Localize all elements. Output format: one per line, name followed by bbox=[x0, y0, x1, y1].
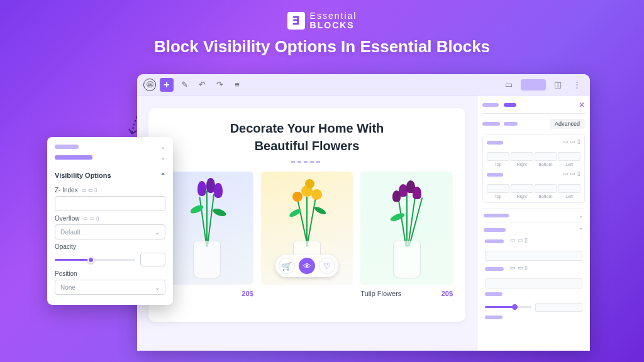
inspector-sidebar: ✕ Advanced ▭ ▭ ▯ TopRightBottomLeft ▭ ▭ … bbox=[477, 96, 590, 351]
sidebar-section[interactable]: ⌄ bbox=[482, 208, 585, 222]
visibility-panel: ⌄ ⌄ Visibility Options⌃ Z- Index▭ ▭ ▯ Ov… bbox=[47, 137, 173, 305]
product-name: Tulip Flowers bbox=[360, 290, 401, 297]
sidebar-tab[interactable] bbox=[482, 103, 499, 107]
more-menu-icon[interactable]: ⋮ bbox=[570, 78, 584, 92]
product-card[interactable]: 20$ bbox=[161, 172, 253, 297]
view-icon[interactable]: 👁 bbox=[299, 258, 315, 274]
brand-line2: BLOCKS bbox=[310, 21, 357, 30]
edit-icon[interactable]: ✎ bbox=[177, 78, 191, 92]
spacing-group: ▭ ▭ ▯ TopRightBottomLeft ▭ ▭ ▯ TopRightB… bbox=[482, 134, 585, 203]
slider-value-input[interactable] bbox=[535, 303, 583, 312]
list-view-button[interactable]: ≡ bbox=[230, 78, 244, 92]
logo-mark: Ǝ bbox=[287, 12, 305, 30]
brand-line1: Essential bbox=[310, 11, 357, 21]
zindex-label: Z- Index bbox=[55, 187, 78, 194]
device-toggles[interactable]: ▭ ▭ ▯ bbox=[83, 216, 98, 221]
editor-canvas[interactable]: Decorate Your Home WithBeautiful Flowers bbox=[148, 108, 465, 322]
heading-divider bbox=[291, 161, 323, 163]
overflow-label: Overflow bbox=[55, 215, 79, 222]
device-toggles[interactable]: ▭ ▭ ▯ bbox=[82, 187, 97, 193]
overflow-select[interactable]: Default⌄ bbox=[55, 224, 165, 239]
product-card[interactable]: Tulip Flowers 20$ bbox=[360, 172, 453, 297]
position-select[interactable]: None⌄ bbox=[55, 280, 165, 295]
tab-advanced[interactable]: Advanced bbox=[550, 119, 585, 129]
heart-icon[interactable]: ♡ bbox=[319, 258, 335, 274]
wordpress-icon[interactable]: Ⓦ bbox=[143, 79, 156, 91]
undo-button[interactable]: ↶ bbox=[195, 78, 209, 92]
panel-title[interactable]: Visibility Options⌃ bbox=[55, 168, 165, 183]
product-actions: 🛒 👁 ♡ bbox=[275, 255, 338, 277]
opacity-slider[interactable] bbox=[55, 259, 135, 261]
chevron-down-icon: ⌄ bbox=[155, 229, 160, 236]
product-image: 🛒 👁 ♡ bbox=[261, 172, 353, 285]
add-block-button[interactable]: + bbox=[160, 78, 174, 92]
cart-icon[interactable]: 🛒 bbox=[279, 258, 295, 274]
product-price: 20$ bbox=[441, 290, 453, 297]
position-label: Position bbox=[55, 270, 77, 277]
zindex-input[interactable] bbox=[55, 196, 165, 211]
sidebar-section[interactable]: ⌃ bbox=[482, 222, 585, 237]
desktop-preview-icon[interactable]: ▭ bbox=[502, 78, 516, 92]
product-image bbox=[161, 172, 253, 285]
sidebar-toggle-icon[interactable]: ◫ bbox=[551, 78, 565, 92]
close-icon[interactable]: ✕ bbox=[579, 101, 585, 109]
product-image bbox=[360, 172, 453, 285]
opacity-label: Opacity bbox=[55, 243, 76, 250]
editor-topbar: Ⓦ + ✎ ↶ ↷ ≡ ▭ ◫ ⋮ bbox=[137, 74, 590, 96]
sidebar-tab-active[interactable] bbox=[504, 103, 516, 107]
sidebar-input[interactable] bbox=[485, 278, 582, 288]
brand-logo: Ǝ Essential BLOCKS bbox=[287, 11, 357, 31]
sidebar-input[interactable] bbox=[485, 251, 582, 261]
canvas-heading: Decorate Your Home WithBeautiful Flowers bbox=[161, 119, 453, 155]
product-price: 20$ bbox=[242, 290, 253, 297]
redo-button[interactable]: ↷ bbox=[213, 78, 226, 92]
chevron-down-icon: ⌄ bbox=[155, 284, 160, 291]
opacity-value-input[interactable] bbox=[140, 253, 165, 266]
editor-window: Ⓦ + ✎ ↶ ↷ ≡ ▭ ◫ ⋮ Decorate Your Home Wit… bbox=[137, 74, 590, 351]
publish-button[interactable] bbox=[521, 79, 546, 90]
page-title: Block Visibility Options In Essential Bl… bbox=[0, 37, 644, 57]
product-grid: 20$ bbox=[161, 172, 453, 297]
product-card[interactable]: 🛒 👁 ♡ bbox=[261, 172, 353, 297]
